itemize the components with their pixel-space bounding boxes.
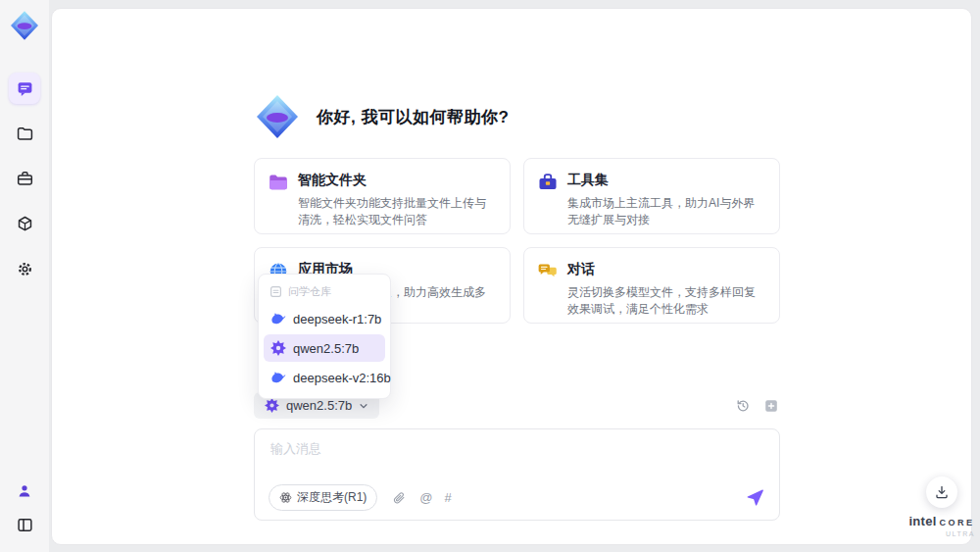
sidebar-item-models[interactable] bbox=[9, 208, 40, 239]
sidebar-item-tools[interactable] bbox=[9, 163, 40, 194]
model-option-label: deepseek-v2:16b bbox=[293, 371, 391, 385]
card-title: 智能文件夹 bbox=[298, 172, 496, 189]
intel-core-badge: intel CORE ULTRA bbox=[888, 512, 980, 537]
logo-gem-icon bbox=[9, 10, 40, 41]
send-button[interactable] bbox=[744, 487, 765, 509]
qwen-icon bbox=[265, 398, 279, 413]
greeting: 你好, 我可以如何帮助你? bbox=[254, 93, 509, 140]
sidebar-bottom bbox=[9, 476, 40, 540]
main-panel: 你好, 我可以如何帮助你? 智能文件夹 智能文件夹功能支持批量文件上传与清洗，轻… bbox=[51, 8, 972, 545]
model-dropdown-header-label: 问学仓库 bbox=[288, 284, 331, 299]
logo-gem-icon bbox=[254, 93, 301, 140]
app-logo bbox=[7, 8, 42, 43]
model-option-qwen[interactable]: qwen2.5:7b bbox=[264, 334, 385, 362]
sidebar-item-account[interactable] bbox=[9, 476, 40, 507]
deepseek-icon bbox=[270, 370, 286, 385]
send-icon bbox=[746, 488, 764, 507]
card-smart-folder[interactable]: 智能文件夹 智能文件夹功能支持批量文件上传与清洗，轻松实现文件问答 bbox=[254, 158, 511, 234]
card-desc: 灵活切换多模型文件，支持多样回复效果调试，满足个性化需求 bbox=[567, 284, 765, 318]
smart-folder-icon bbox=[269, 173, 288, 192]
card-text: 智能文件夹 智能文件夹功能支持批量文件上传与清洗，轻松实现文件问答 bbox=[298, 172, 496, 224]
repo-icon bbox=[270, 285, 282, 298]
settings-icon bbox=[17, 261, 33, 277]
cube-icon bbox=[17, 216, 33, 232]
deep-think-toggle[interactable]: 深度思考(R1) bbox=[269, 484, 377, 511]
card-title: 对话 bbox=[567, 261, 765, 278]
atom-icon bbox=[279, 491, 292, 504]
download-button[interactable] bbox=[926, 477, 957, 508]
download-icon bbox=[934, 484, 950, 500]
sidebar-item-settings[interactable] bbox=[9, 253, 40, 284]
model-option-deepseek-v2[interactable]: deepseek-v2:16b bbox=[264, 364, 385, 391]
card-dialog[interactable]: 对话 灵活切换多模型文件，支持多样回复效果调试，满足个性化需求 bbox=[523, 247, 780, 324]
history-icon[interactable] bbox=[734, 397, 752, 415]
model-option-deepseek-r1[interactable]: deepseek-r1:7b bbox=[264, 305, 385, 332]
ultra-tier-text: ULTRA bbox=[925, 530, 980, 537]
chat-toolbar-right bbox=[734, 397, 780, 415]
at-icon[interactable]: @ bbox=[419, 491, 432, 504]
chat-icon bbox=[17, 80, 33, 97]
intel-logo-text: intel bbox=[908, 514, 936, 528]
model-option-label: qwen2.5:7b bbox=[293, 341, 359, 356]
panel-icon bbox=[17, 517, 33, 533]
dialog-icon bbox=[538, 262, 558, 281]
card-toolset[interactable]: 工具集 集成市场上主流工具，助力AI与外界无缝扩展与对接 bbox=[523, 158, 780, 234]
toolbox-icon bbox=[17, 171, 33, 187]
card-desc: 集成市场上主流工具，助力AI与外界无缝扩展与对接 bbox=[567, 195, 765, 228]
folder-icon bbox=[17, 125, 33, 142]
chevron-down-icon bbox=[359, 401, 368, 411]
card-text: 工具集 集成市场上主流工具，助力AI与外界无缝扩展与对接 bbox=[567, 172, 765, 224]
model-dropdown: 问学仓库 deepseek-r1:7b qwen2.5:7b de bbox=[258, 274, 391, 399]
app-root: 你好, 我可以如何帮助你? 智能文件夹 智能文件夹功能支持批量文件上传与清洗，轻… bbox=[0, 0, 980, 552]
sidebar-item-chat[interactable] bbox=[9, 73, 40, 104]
hash-icon[interactable]: # bbox=[445, 491, 452, 504]
model-dropdown-header: 问学仓库 bbox=[264, 280, 385, 303]
deepseek-icon bbox=[270, 311, 286, 326]
message-input[interactable] bbox=[270, 440, 765, 477]
greeting-title: 你好, 我可以如何帮助你? bbox=[317, 106, 509, 128]
composer-icons: @ # bbox=[390, 489, 451, 507]
new-chat-icon[interactable] bbox=[762, 397, 780, 415]
composer-toolbar: 深度思考(R1) @ # bbox=[269, 484, 765, 511]
core-logo-text: CORE bbox=[940, 518, 975, 527]
composer: 深度思考(R1) @ # bbox=[254, 428, 780, 521]
card-text: 对话 灵活切换多模型文件，支持多样回复效果调试，满足个性化需求 bbox=[567, 261, 765, 313]
toolset-icon bbox=[538, 173, 558, 192]
model-option-label: deepseek-r1:7b bbox=[293, 312, 381, 326]
paperclip-icon[interactable] bbox=[390, 489, 408, 507]
sidebar-nav bbox=[9, 73, 40, 284]
deep-think-label: 深度思考(R1) bbox=[297, 489, 367, 506]
card-title: 工具集 bbox=[567, 172, 765, 189]
model-selector-value: qwen2.5:7b bbox=[286, 398, 352, 413]
sidebar bbox=[0, 0, 49, 552]
sidebar-item-folders[interactable] bbox=[9, 118, 40, 149]
user-icon bbox=[17, 483, 32, 499]
qwen-icon bbox=[270, 340, 286, 356]
sidebar-item-collapse[interactable] bbox=[9, 509, 40, 540]
card-desc: 智能文件夹功能支持批量文件上传与清洗，轻松实现文件问答 bbox=[298, 195, 496, 228]
